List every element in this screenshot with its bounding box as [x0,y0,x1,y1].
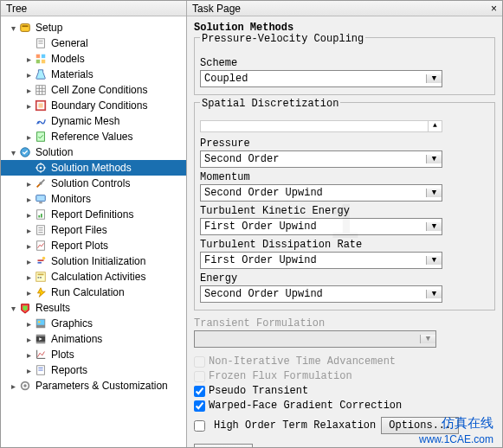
chevron-down-icon: ▼ [420,335,435,343]
tree-item-materials[interactable]: ▸Materials [1,67,186,82]
checkbox-warped[interactable]: Warped-Face Gradient Correction [194,400,495,412]
dropdown-value: Coupled [201,73,426,85]
chevron-down-icon: ▼ [426,256,442,265]
tree-item-solution-controls[interactable]: ▸Solution Controls [1,176,186,191]
svg-rect-42 [38,274,44,276]
checkbox-frozen: Frozen Flux Formulation [194,370,495,382]
tree-item-models[interactable]: ▸Models [1,51,186,67]
expand-icon[interactable]: ▸ [23,210,34,220]
tree-item-run-calculation[interactable]: ▸Run Calculation [1,285,186,300]
runcalc-icon [34,285,48,299]
tree-item-solution-methods[interactable]: Solution Methods [1,160,186,176]
tree-item-reports[interactable]: ▸Reports [1,362,186,378]
checkbox-input[interactable] [194,420,205,432]
tree-label: Report Definitions [49,208,133,221]
fieldset-sd: Spatial Discretization ▲ PressureSecond … [194,102,495,310]
expand-icon[interactable]: ▸ [23,319,34,329]
tree-item-general[interactable]: General [1,35,186,51]
tree-node-solution[interactable]: ▾ Solution [1,144,186,160]
dropdown-turbulent-kinetic-energy[interactable]: First Order Upwind▼ [200,218,442,235]
reportdef-icon [34,208,48,221]
footer-brand[interactable]: 仿真在线 [442,415,493,432]
tree-item-cell-zone-conditions[interactable]: ▸Cell Zone Conditions [1,82,186,98]
dropdown-energy[interactable]: Second Order Upwind▼ [200,285,442,303]
chevron-down-icon: ▼ [426,74,442,83]
tree-node-params[interactable]: ▸ Parameters & Customization [1,378,186,394]
svg-rect-44 [40,277,42,278]
expand-icon[interactable]: ▸ [23,257,34,266]
footer-url[interactable]: www.1CAE.com [419,433,493,445]
tree-label: Results [34,302,70,314]
dropdown-turbulent-dissipation-rate[interactable]: First Order Upwind▼ [200,252,442,269]
tree-node-setup[interactable]: ▾ Setup [1,20,186,35]
tree-item-report-plots[interactable]: ▸Report Plots [1,238,186,253]
dropdown-scheme[interactable]: Coupled ▼ [200,70,442,87]
expand-icon[interactable]: ▸ [8,381,18,391]
checkbox-input [194,371,205,382]
tree-label: Dynamic Mesh [49,115,119,127]
expand-icon[interactable]: ▸ [23,195,34,204]
dropdown-pressure[interactable]: Second Order▼ [200,150,442,168]
checkbox-highorder-row: High Order Term Relaxation Options... [194,417,459,434]
svg-rect-5 [36,54,40,58]
tree-item-report-files[interactable]: ▸Report Files [1,222,186,238]
checkbox-input[interactable] [194,400,205,412]
tree-label: Setup [34,22,62,34]
solmethods-icon [34,161,48,175]
expand-icon[interactable]: ▸ [23,335,34,344]
tree-label: Reference Values [49,131,133,143]
chevron-down-icon: ▼ [426,189,442,197]
tree-label: Solution Controls [49,177,130,189]
svg-rect-48 [37,320,45,325]
monitors-icon [34,192,48,206]
dropdown-momentum[interactable]: Second Order Upwind▼ [200,184,442,202]
expand-icon[interactable]: ▸ [23,288,34,298]
checkbox-label: Warped-Face Gradient Correction [209,400,402,412]
svg-rect-38 [38,259,44,261]
tree-item-animations[interactable]: ▸Animations [1,331,186,347]
expand-icon[interactable]: ▸ [23,101,34,111]
expand-icon[interactable]: ▸ [23,272,34,282]
expand-icon[interactable]: ▸ [23,132,34,142]
task-header: Task Page × [187,1,502,16]
cellzone-icon [34,83,48,97]
tree-node-results[interactable]: ▾ Results [1,300,186,316]
tree-label: Report Plots [49,240,108,252]
checkbox-pseudo[interactable]: Pseudo Transient [194,385,495,397]
expand-icon[interactable]: ▸ [23,179,34,189]
expand-icon[interactable]: ▸ [23,366,34,375]
setup-icon [18,21,32,35]
tree-item-graphics[interactable]: ▸Graphics [1,316,186,331]
svg-rect-29 [39,202,42,204]
expand-icon[interactable]: ▸ [23,54,34,64]
tree-item-dynamic-mesh[interactable]: Dynamic Mesh [1,113,186,129]
tree-label: Materials [49,68,94,80]
tree-label: Monitors [49,193,91,205]
tree-label: Solution [34,146,73,158]
expand-icon[interactable]: ▸ [23,241,34,251]
tree-item-monitors[interactable]: ▸Monitors [1,191,186,207]
collapse-icon[interactable]: ▾ [8,304,18,313]
tree-item-plots[interactable]: ▸Plots [1,347,186,362]
collapse-icon[interactable]: ▾ [8,23,18,33]
tree-item-reference-values[interactable]: ▸Reference Values [1,129,186,144]
tree-item-report-definitions[interactable]: ▸Report Definitions [1,207,186,222]
tree-label: Animations [49,333,102,345]
task-panel: Task Page × 1 Solution Methods Pressure-… [187,1,502,447]
tree-item-calculation-activities[interactable]: ▸Calculation Activities [1,269,186,285]
expand-icon[interactable]: ▸ [23,86,34,95]
default-button[interactable]: Default [194,444,253,447]
expand-icon[interactable]: ▸ [23,350,34,360]
tree-item-boundary-conditions[interactable]: ▸Boundary Conditions [1,98,186,113]
tree-label: Graphics [49,317,93,330]
tree-item-solution-initialization[interactable]: ▸Solution Initialization [1,253,186,269]
expand-icon[interactable]: ▸ [23,70,34,80]
close-icon[interactable]: × [491,3,497,15]
collapse-icon[interactable]: ▾ [8,148,18,157]
checkbox-input[interactable] [194,386,205,397]
expand-icon[interactable]: ▸ [23,226,34,235]
tree-header: Tree [1,1,186,16]
checkbox-label: High Order Term Relaxation [214,419,376,432]
graphics-icon [34,317,48,330]
models-icon [34,52,48,66]
